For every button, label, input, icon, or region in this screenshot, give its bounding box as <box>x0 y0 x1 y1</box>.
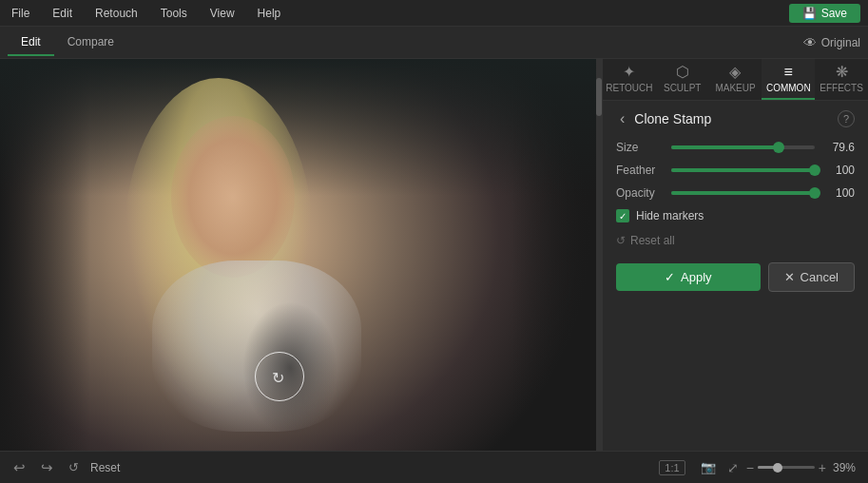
cancel-x-icon: ✕ <box>784 270 795 284</box>
retouch-icon: ✦ <box>623 65 635 80</box>
save-label: Save <box>821 7 847 20</box>
menu-tools[interactable]: Tools <box>157 5 191 22</box>
zoom-in-button[interactable]: + <box>819 460 826 475</box>
cancel-button[interactable]: ✕ Cancel <box>768 262 855 292</box>
retouch-label: RETOUCH <box>606 83 652 93</box>
panel-header: ‹ Clone Stamp ? <box>616 110 855 127</box>
help-button[interactable]: ? <box>838 110 855 127</box>
apply-button[interactable]: ✓ Apply <box>616 263 761 291</box>
bottom-bar: ↩ ↪ ↺ Reset 1:1 📷 ⤢ − + 39% <box>0 451 868 483</box>
canvas-scrollbar[interactable] <box>596 59 602 451</box>
right-panel: ✦ RETOUCH ⬡ SCULPT ◈ MAKEUP ≡ COMMON ❋ E… <box>602 59 868 451</box>
sub-toolbar: Edit Compare 👁 Original <box>0 27 868 59</box>
tab-compare[interactable]: Compare <box>54 29 127 56</box>
menu-view[interactable]: View <box>206 5 239 22</box>
common-label: COMMON <box>766 83 811 93</box>
reset-icon: ↺ <box>616 234 626 247</box>
menu-edit[interactable]: Edit <box>48 5 76 22</box>
reset-all-row: ↺ Reset all <box>616 234 855 247</box>
tab-retouch[interactable]: ✦ RETOUCH <box>603 59 656 100</box>
common-icon: ≡ <box>784 65 793 80</box>
canvas-area[interactable]: ↻ <box>0 59 602 451</box>
size-value: 79.6 <box>822 141 855 154</box>
zoom-out-button[interactable]: − <box>746 460 754 475</box>
feather-slider[interactable] <box>671 164 815 177</box>
feather-label: Feather <box>616 164 664 177</box>
hide-markers-label: Hide markers <box>636 209 704 222</box>
original-toggle[interactable]: 👁 Original <box>803 35 860 50</box>
action-row: ✓ Apply ✕ Cancel <box>616 262 855 292</box>
opacity-slider-row: Opacity 100 <box>616 186 855 200</box>
canvas-placeholder: ↻ <box>0 59 602 451</box>
screenshot-button[interactable]: 📷 <box>697 458 720 476</box>
feather-value: 100 <box>822 164 855 177</box>
menu-retouch[interactable]: Retouch <box>91 5 142 22</box>
cancel-label: Cancel <box>800 270 839 284</box>
apply-checkmark-icon: ✓ <box>665 270 675 284</box>
reset-all-link[interactable]: Reset all <box>630 234 675 247</box>
save-button[interactable]: 💾 Save <box>789 4 860 23</box>
main-area: ↻ ✦ RETOUCH ⬡ SCULPT ◈ MAKEUP ≡ COMMON <box>0 59 868 451</box>
back-button[interactable]: ‹ <box>616 110 628 127</box>
sculpt-icon: ⬡ <box>676 65 689 80</box>
canvas-scrollbar-thumb[interactable] <box>596 78 602 116</box>
panel-title: Clone Stamp <box>634 111 832 126</box>
makeup-label: MAKEUP <box>715 83 755 93</box>
tab-edit[interactable]: Edit <box>8 29 54 56</box>
menu-help[interactable]: Help <box>254 5 285 22</box>
reset-bottom-label[interactable]: Reset <box>90 461 120 474</box>
fit-button[interactable]: 1:1 <box>659 460 685 475</box>
menu-bar: File Edit Retouch Tools View Help 💾 Save <box>0 0 868 27</box>
tool-tabs: ✦ RETOUCH ⬡ SCULPT ◈ MAKEUP ≡ COMMON ❋ E… <box>603 59 868 101</box>
makeup-icon: ◈ <box>729 65 741 80</box>
original-label: Original <box>821 36 860 49</box>
save-icon: 💾 <box>802 7 817 20</box>
panel-content: ‹ Clone Stamp ? Size 79.6 Feather <box>603 101 868 451</box>
tab-common[interactable]: ≡ COMMON <box>762 59 815 100</box>
eye-icon: 👁 <box>803 35 817 50</box>
opacity-label: Opacity <box>616 186 664 200</box>
feather-slider-row: Feather 100 <box>616 164 855 177</box>
apply-label: Apply <box>681 270 712 284</box>
menu-file[interactable]: File <box>8 5 33 22</box>
hide-markers-checkbox[interactable]: ✓ <box>616 209 629 222</box>
sculpt-label: SCULPT <box>664 83 701 93</box>
zoom-controls: − + 39% <box>746 460 858 475</box>
size-slider[interactable] <box>671 141 815 154</box>
size-label: Size <box>616 141 664 154</box>
zoom-slider[interactable] <box>758 466 815 469</box>
hide-markers-row: ✓ Hide markers <box>616 209 855 222</box>
expand-button[interactable]: ⤢ <box>727 460 739 475</box>
tab-effects[interactable]: ❋ EFFECTS <box>815 59 868 100</box>
opacity-value: 100 <box>822 186 855 200</box>
zoom-percent: 39% <box>830 461 858 474</box>
tab-makeup[interactable]: ◈ MAKEUP <box>709 59 762 100</box>
effects-icon: ❋ <box>836 65 848 80</box>
reset-bottom-button[interactable]: ↺ <box>65 458 83 476</box>
undo-button[interactable]: ↩ <box>10 457 29 478</box>
opacity-slider[interactable] <box>671 186 815 200</box>
size-slider-row: Size 79.6 <box>616 141 855 154</box>
effects-label: EFFECTS <box>820 83 863 93</box>
redo-button[interactable]: ↪ <box>37 457 57 478</box>
tab-sculpt[interactable]: ⬡ SCULPT <box>656 59 709 100</box>
